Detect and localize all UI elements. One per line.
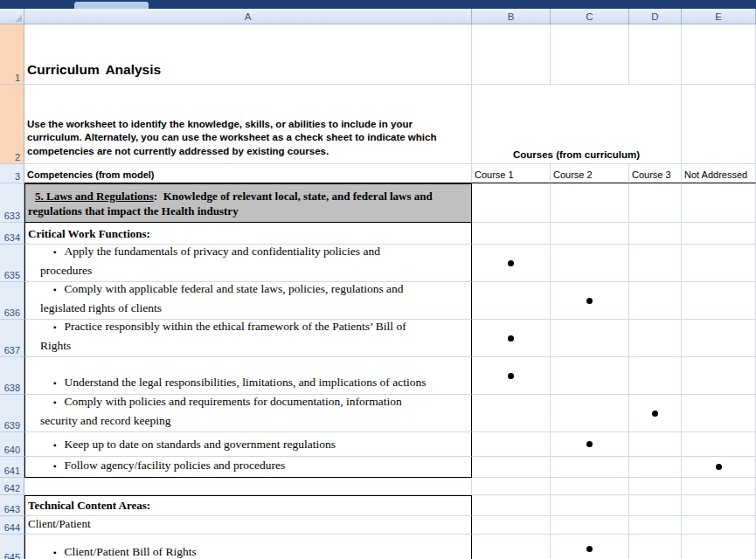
cell-B641[interactable] xyxy=(472,457,551,478)
cell-A3[interactable]: Competencies (from model) xyxy=(24,164,472,183)
row-header-1[interactable]: 1 xyxy=(0,24,24,85)
cell-E640[interactable] xyxy=(682,432,756,457)
cell-B635[interactable] xyxy=(472,245,551,282)
cell-E638[interactable] xyxy=(682,357,756,395)
cell-D645[interactable] xyxy=(629,535,682,559)
column-header-C[interactable]: C xyxy=(551,9,629,24)
row-header-635[interactable]: 635 xyxy=(0,245,24,282)
cell-D635[interactable] xyxy=(629,245,682,282)
cell-D3[interactable]: Course 3 xyxy=(629,164,682,183)
cell-E643[interactable] xyxy=(682,495,756,516)
column-header-A[interactable]: A xyxy=(24,9,472,24)
cell-A1[interactable]: Curriculum Analysis xyxy=(24,24,472,85)
cell-A641[interactable]: ▪Follow agency/facility policies and pro… xyxy=(24,457,472,478)
cell-C633[interactable] xyxy=(551,183,629,223)
cell-E634[interactable] xyxy=(682,223,756,245)
window-top-tab[interactable] xyxy=(74,2,149,9)
cell-E636[interactable] xyxy=(682,282,756,320)
cell-A634[interactable]: Critical Work Functions: xyxy=(24,223,472,245)
cell-E637[interactable] xyxy=(682,320,756,357)
cell-E642[interactable] xyxy=(682,478,756,495)
cell-B2-merged[interactable]: Courses (from curriculum) xyxy=(472,85,682,164)
row-header-639[interactable]: 639 xyxy=(0,395,24,432)
cell-C639[interactable] xyxy=(551,395,629,432)
row-header-645[interactable]: 645 xyxy=(0,535,24,559)
cell-B643[interactable] xyxy=(472,495,551,516)
cell-D644[interactable] xyxy=(629,516,682,535)
row-header-3[interactable]: 3 xyxy=(0,164,24,183)
cell-B633[interactable] xyxy=(472,183,551,223)
cell-A636[interactable]: ▪Comply with applicable federal and stat… xyxy=(24,282,472,320)
cell-B634[interactable] xyxy=(472,223,551,245)
row-header-642[interactable]: 642 xyxy=(0,478,24,495)
cell-D633[interactable] xyxy=(629,183,682,223)
cell-E639[interactable] xyxy=(682,395,756,432)
cell-D641[interactable] xyxy=(629,457,682,478)
cell-D634[interactable] xyxy=(629,223,682,245)
cell-B645[interactable] xyxy=(472,535,551,559)
cell-A633[interactable]: 5. Laws and Regulations: Knowledge of re… xyxy=(24,183,472,223)
cell-D636[interactable] xyxy=(629,282,682,320)
cell-A643[interactable]: Technical Content Areas: xyxy=(24,495,472,516)
cell-C638[interactable] xyxy=(551,357,629,395)
cell-E1[interactable] xyxy=(682,24,756,85)
cell-E3[interactable]: Not Addressed xyxy=(682,164,756,183)
cell-A638[interactable]: ▪Understand the legal responsibilities, … xyxy=(24,357,472,395)
cell-C642[interactable] xyxy=(551,478,629,495)
row-header-634[interactable]: 634 xyxy=(0,223,24,245)
cell-B637[interactable] xyxy=(472,320,551,357)
cell-D637[interactable] xyxy=(629,320,682,357)
cell-B644[interactable] xyxy=(472,516,551,535)
cell-C637[interactable] xyxy=(551,320,629,357)
cell-A639[interactable]: ▪Comply with policies and requirements f… xyxy=(24,395,472,432)
cell-A635[interactable]: ▪Apply the fundamentals of privacy and c… xyxy=(24,245,472,282)
cell-D643[interactable] xyxy=(629,495,682,516)
cell-D642[interactable] xyxy=(629,478,682,495)
cell-D640[interactable] xyxy=(629,432,682,457)
cell-B636[interactable] xyxy=(472,282,551,320)
column-header-B[interactable]: B xyxy=(472,9,551,24)
row-header-2[interactable]: 2 xyxy=(0,85,24,164)
cell-A644[interactable]: Client/Patient xyxy=(24,516,472,535)
cell-C636[interactable] xyxy=(551,282,629,320)
cell-D638[interactable] xyxy=(629,357,682,395)
cell-C645[interactable] xyxy=(551,535,629,559)
cell-B1[interactable] xyxy=(472,24,551,85)
cell-C634[interactable] xyxy=(551,223,629,245)
select-all-corner[interactable] xyxy=(0,9,24,24)
cell-B3[interactable]: Course 1 xyxy=(472,164,551,183)
cell-C1[interactable] xyxy=(551,24,629,85)
row-header-643[interactable]: 643 xyxy=(0,495,24,516)
cell-C641[interactable] xyxy=(551,457,629,478)
cell-E633[interactable] xyxy=(682,183,756,223)
row-header-641[interactable]: 641 xyxy=(0,457,24,478)
cell-B642[interactable] xyxy=(472,478,551,495)
column-header-D[interactable]: D xyxy=(629,9,682,24)
cell-A640[interactable]: ▪Keep up to date on standards and govern… xyxy=(24,432,472,457)
cell-E641[interactable] xyxy=(682,457,756,478)
cell-B639[interactable] xyxy=(472,395,551,432)
cell-A637[interactable]: ▪Practice responsibly within the ethical… xyxy=(24,320,472,357)
row-header-638[interactable]: 638 xyxy=(0,357,24,395)
cell-B638[interactable] xyxy=(472,357,551,395)
cell-E635[interactable] xyxy=(682,245,756,282)
cell-E644[interactable] xyxy=(682,516,756,535)
cell-C3[interactable]: Course 2 xyxy=(551,164,629,183)
row-header-644[interactable]: 644 xyxy=(0,516,24,535)
row-header-636[interactable]: 636 xyxy=(0,282,24,320)
row-header-633[interactable]: 633 xyxy=(0,183,24,223)
cell-B640[interactable] xyxy=(472,432,551,457)
cell-C644[interactable] xyxy=(551,516,629,535)
row-header-637[interactable]: 637 xyxy=(0,320,24,357)
column-header-E[interactable]: E xyxy=(682,9,756,24)
cell-A2[interactable]: Use the worksheet to identify the knowle… xyxy=(24,85,472,164)
cell-A642[interactable] xyxy=(24,478,472,495)
cell-D639[interactable] xyxy=(629,395,682,432)
cell-C635[interactable] xyxy=(551,245,629,282)
cell-E2[interactable] xyxy=(682,85,756,164)
cell-C640[interactable] xyxy=(551,432,629,457)
cell-C643[interactable] xyxy=(551,495,629,516)
cell-A645[interactable]: ▪Client/Patient Bill of Rights xyxy=(24,535,472,559)
cell-D1[interactable] xyxy=(629,24,682,85)
row-header-640[interactable]: 640 xyxy=(0,432,24,457)
